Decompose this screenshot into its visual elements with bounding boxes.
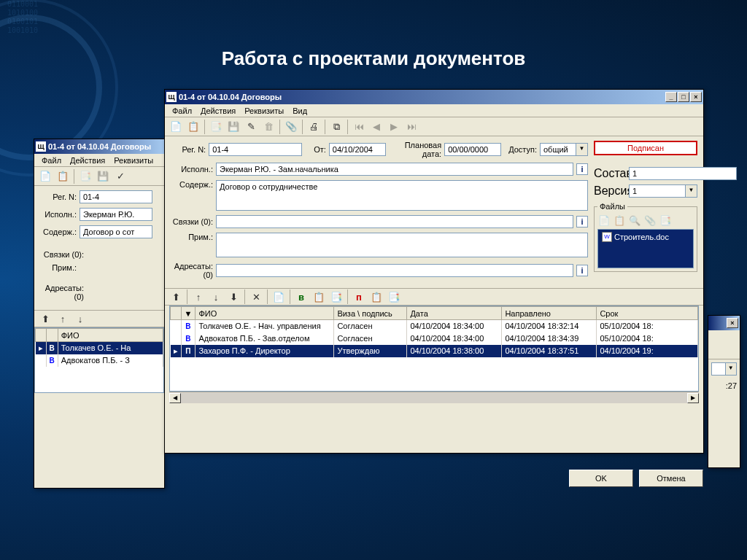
col-fio[interactable]: ФИО — [196, 307, 334, 320]
prev-icon[interactable]: ◀ — [368, 119, 384, 135]
soderz-input[interactable]: Договор о сотрудничестве — [216, 180, 588, 211]
grid-back[interactable]: ФИО ▸ВТолкачев О.Е. - НаВАдвокатов П.Б. … — [34, 327, 164, 393]
titlebar-front[interactable]: Щ 01-4 от 04.10.04 Договоры _ □ × — [165, 90, 703, 104]
new-icon[interactable]: 📄 — [37, 168, 53, 184]
ok-button[interactable]: OK — [569, 470, 633, 487]
gb1-icon[interactable]: ⬆ — [37, 311, 53, 327]
menubar-front[interactable]: Файл Действия Реквизиты Вид — [165, 104, 703, 117]
maximize-icon[interactable]: □ — [678, 92, 689, 102]
sostav-input[interactable] — [629, 167, 737, 180]
menu-file[interactable]: Файл — [168, 106, 196, 116]
access-dropdown[interactable]: ▼ — [540, 143, 588, 156]
attach-icon[interactable]: 📎 — [283, 119, 299, 135]
versiya-dropdown[interactable]: ▼ — [629, 184, 697, 198]
gf-p-icon[interactable]: п — [351, 289, 367, 305]
minimize-icon[interactable]: _ — [665, 92, 677, 102]
ispoln-input[interactable] — [216, 163, 573, 176]
scroll-left-icon[interactable]: ◀ — [169, 393, 181, 403]
plan-date-input[interactable] — [444, 143, 501, 156]
save-icon[interactable]: 💾 — [95, 168, 111, 184]
info-icon-3[interactable]: i — [576, 265, 588, 276]
gf-c2-icon[interactable]: 📑 — [328, 289, 344, 305]
chevron-down-icon[interactable]: ▼ — [576, 143, 588, 156]
file-tb2-icon[interactable]: 📋 — [613, 214, 626, 227]
table-row[interactable]: ▸ВТолкачев О.Е. - На — [36, 342, 163, 354]
gf-del-icon[interactable]: ✕ — [248, 289, 264, 305]
hscrollbar[interactable]: ◀ ▶ — [169, 392, 699, 403]
window-icon[interactable]: ⧉ — [328, 119, 344, 135]
files-list[interactable]: W Строитель.doc — [597, 229, 694, 268]
menu-view[interactable]: Вид — [288, 106, 311, 116]
col-visa[interactable]: Виза \ подпись — [334, 307, 407, 320]
table-row[interactable]: ВАдвокатов П.Б. - З — [36, 354, 163, 367]
next-icon[interactable]: ▶ — [386, 119, 402, 135]
right-dropdown[interactable]: ▼ — [708, 359, 740, 378]
table-row[interactable]: ВТолкачев О.Е. - Нач. управленияСогласен… — [171, 320, 698, 332]
titlebar-right[interactable]: × — [708, 316, 740, 330]
file-tb4-icon[interactable]: 📎 — [643, 214, 657, 227]
scroll-right-icon[interactable]: ▶ — [687, 393, 699, 403]
gb3-icon[interactable]: ↓ — [72, 311, 88, 327]
gb2-icon[interactable]: ↑ — [55, 311, 71, 327]
versiya-value[interactable] — [629, 184, 686, 198]
first-icon[interactable]: ⏮ — [351, 119, 367, 135]
gf-down1-icon[interactable]: ⬇ — [225, 289, 241, 305]
file-item[interactable]: W Строитель.doc — [600, 231, 692, 243]
regn-input[interactable] — [209, 143, 302, 156]
gf-c3-icon[interactable]: 📋 — [368, 289, 384, 305]
chevron-down-icon[interactable]: ▼ — [686, 184, 697, 198]
cancel-button[interactable]: Отмена — [639, 470, 703, 487]
col-napravleno[interactable]: Направлено — [502, 307, 597, 320]
svyazki-input[interactable] — [216, 215, 573, 228]
gf-c4-icon[interactable]: 📑 — [386, 289, 402, 305]
menubar-back[interactable]: Файл Действия Реквизиты — [34, 154, 164, 167]
gf-c1-icon[interactable]: 📋 — [311, 289, 327, 305]
menu-props[interactable]: Реквизиты — [109, 155, 158, 166]
col-arrow[interactable] — [171, 307, 182, 320]
last-icon[interactable]: ⏭ — [403, 119, 419, 135]
gf-up-icon[interactable]: ↑ — [190, 289, 206, 305]
col-marker[interactable]: ▼ — [181, 307, 196, 320]
new2-icon[interactable]: 📋 — [55, 168, 71, 184]
titlebar-back[interactable]: Щ 01-4 от 04.10.04 Договоры — [34, 139, 164, 154]
regn-input-back[interactable] — [80, 190, 152, 203]
new2-icon[interactable]: 📋 — [185, 119, 201, 135]
file-tb3-icon[interactable]: 🔍 — [628, 214, 641, 227]
label-svyazki: Связки (0): — [171, 217, 213, 226]
gf-b-icon[interactable]: в — [293, 289, 309, 305]
close-icon[interactable]: × — [690, 92, 702, 102]
edit-icon[interactable]: ✎ — [243, 119, 259, 135]
copy-icon[interactable]: 📑 — [208, 119, 224, 135]
print-icon[interactable]: 🖨 — [306, 119, 322, 135]
info-icon[interactable]: i — [576, 163, 588, 175]
grid-front[interactable]: ▼ ФИО Виза \ подпись Дата Направлено Сро… — [169, 306, 699, 392]
from-date-input[interactable] — [329, 143, 386, 156]
menu-actions[interactable]: Действия — [66, 155, 109, 166]
grid-toolbar-front: ⬆ ↑ ↓ ⬇ ✕ 📄 в 📋 📑 п 📋 📑 — [165, 288, 703, 306]
table-row[interactable]: ВАдвокатов П.Б. - Зав.отделомСогласен04/… — [171, 332, 698, 345]
col-fio-back[interactable]: ФИО — [58, 329, 163, 342]
save-icon[interactable]: 💾 — [225, 119, 241, 135]
menu-actions[interactable]: Действия — [196, 106, 240, 116]
check-icon[interactable]: ✓ — [112, 168, 128, 184]
close-icon[interactable]: × — [727, 318, 738, 328]
ispoln-input-back[interactable] — [80, 208, 152, 221]
gf-down-icon[interactable]: ↓ — [208, 289, 224, 305]
menu-file[interactable]: Файл — [37, 155, 66, 166]
delete-icon[interactable]: 🗑 — [260, 119, 276, 135]
soderz-input-back[interactable] — [80, 225, 152, 238]
col-date[interactable]: Дата — [407, 307, 502, 320]
gf-up1-icon[interactable]: ⬆ — [168, 289, 184, 305]
menu-props[interactable]: Реквизиты — [240, 106, 288, 116]
adresaty-input[interactable] — [216, 264, 573, 277]
gf-doc-icon[interactable]: 📄 — [271, 289, 287, 305]
prim-input[interactable] — [216, 233, 588, 257]
copy-icon[interactable]: 📑 — [77, 168, 93, 184]
info-icon-2[interactable]: i — [576, 216, 588, 228]
table-row[interactable]: ▸ПЗахаров П.Ф. - ДиректорУтверждаю04/10/… — [171, 345, 698, 357]
col-srok[interactable]: Срок — [597, 307, 698, 320]
file-tb5-icon[interactable]: 📑 — [659, 214, 672, 227]
new-icon[interactable]: 📄 — [168, 119, 184, 135]
access-value[interactable] — [540, 143, 576, 156]
file-tb1-icon[interactable]: 📄 — [597, 214, 611, 227]
